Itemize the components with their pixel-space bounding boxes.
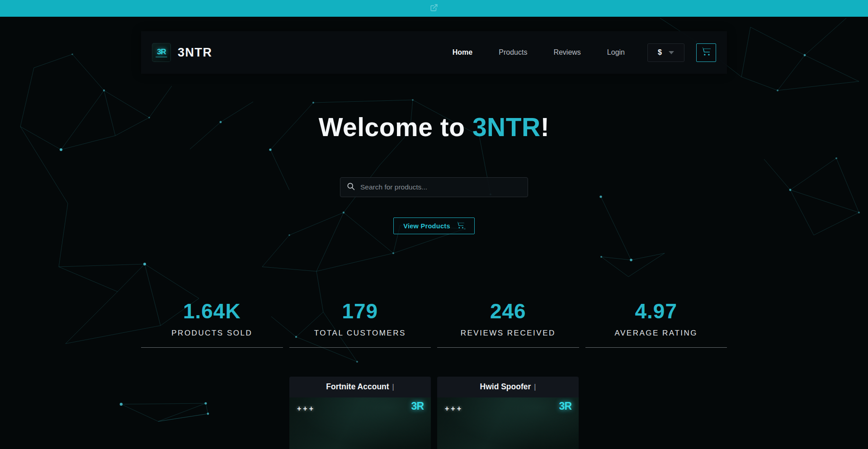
stats-section: 1.64K PRODUCTS SOLD 179 TOTAL CUSTOMERS … xyxy=(141,300,727,348)
nav-item-products[interactable]: Products xyxy=(499,48,527,57)
product-card-hwid-spoofer[interactable]: Hwid Spoofer | +++ 3R ⌇ ∠ xyxy=(437,377,579,449)
product-image[interactable]: +++ 3R ⌇ ∠ ՞ xyxy=(289,397,431,449)
main-navbar: 3R 3NTR Home Products Reviews Login $ xyxy=(141,31,727,74)
product-card-header: Fortnite Account | xyxy=(289,377,431,397)
view-products-label: View Products xyxy=(403,222,450,230)
featured-products: Fortnite Account | +++ 3R ⌇ ∠ ՞ Hwid Spo… xyxy=(141,377,727,449)
product-image-brand: 3R xyxy=(411,401,424,411)
search-icon xyxy=(346,182,355,193)
stat-divider xyxy=(289,347,431,348)
sparkle-marks: +++ xyxy=(445,405,463,413)
sparkle-marks: +++ xyxy=(297,405,315,413)
shopping-cart-icon xyxy=(456,221,465,231)
nav-links: Home Products Reviews Login xyxy=(453,48,625,57)
cart-button[interactable] xyxy=(696,43,716,62)
view-products-button[interactable]: View Products xyxy=(393,217,475,234)
stat-value: 179 xyxy=(289,300,431,323)
stat-divider xyxy=(585,347,727,348)
nav-item-login[interactable]: Login xyxy=(607,48,625,57)
stat-label: REVIEWS RECEIVED xyxy=(437,329,579,338)
product-image[interactable]: +++ 3R ⌇ ∠ xyxy=(437,397,579,449)
page-title: Welcome to 3NTR! xyxy=(0,112,868,142)
stat-label: AVERAGE RATING xyxy=(585,329,727,338)
stat-average-rating: 4.97 AVERAGE RATING xyxy=(585,300,727,348)
product-title: Hwid Spoofer xyxy=(480,382,531,392)
chevron-down-icon xyxy=(669,51,674,54)
brand-name[interactable]: 3NTR xyxy=(178,46,212,60)
shopping-cart-icon xyxy=(701,47,712,58)
title-suffix: ! xyxy=(541,113,549,142)
brand-logo[interactable]: 3R xyxy=(152,43,171,62)
stat-label: TOTAL CUSTOMERS xyxy=(289,329,431,338)
product-title: Fortnite Account xyxy=(326,382,389,392)
brand-logo-glyph: 3R xyxy=(157,48,166,56)
search-input[interactable] xyxy=(360,183,522,191)
product-search-bar[interactable] xyxy=(340,177,528,197)
nav-item-reviews[interactable]: Reviews xyxy=(553,48,580,57)
stat-total-customers: 179 TOTAL CUSTOMERS xyxy=(289,300,431,348)
title-prefix: Welcome to xyxy=(319,113,472,142)
product-image-brand: 3R xyxy=(559,401,571,411)
hero-section: Welcome to 3NTR! View Products xyxy=(0,112,868,234)
product-title-separator: | xyxy=(534,383,536,391)
currency-selected-value: $ xyxy=(658,48,662,57)
external-link-icon[interactable] xyxy=(430,4,438,14)
stat-products-sold: 1.64K PRODUCTS SOLD xyxy=(141,300,283,348)
announcement-bar xyxy=(0,0,868,17)
stat-value: 246 xyxy=(437,300,579,323)
product-card-header: Hwid Spoofer | xyxy=(437,377,579,397)
product-card-fortnite-account[interactable]: Fortnite Account | +++ 3R ⌇ ∠ ՞ xyxy=(289,377,431,449)
currency-select[interactable]: $ xyxy=(647,43,684,62)
stat-divider xyxy=(437,347,579,348)
nav-item-home[interactable]: Home xyxy=(453,48,472,57)
stat-value: 1.64K xyxy=(141,300,283,323)
brand-logo-caption xyxy=(156,57,167,57)
product-title-separator: | xyxy=(392,383,394,391)
stat-value: 4.97 xyxy=(585,300,727,323)
stat-reviews-received: 246 REVIEWS RECEIVED xyxy=(437,300,579,348)
stat-label: PRODUCTS SOLD xyxy=(141,329,283,338)
brand-logo-glyph: 3R xyxy=(559,400,571,412)
stat-divider xyxy=(141,347,283,348)
title-brand: 3NTR xyxy=(472,113,541,142)
brand-logo-glyph: 3R xyxy=(411,400,424,412)
